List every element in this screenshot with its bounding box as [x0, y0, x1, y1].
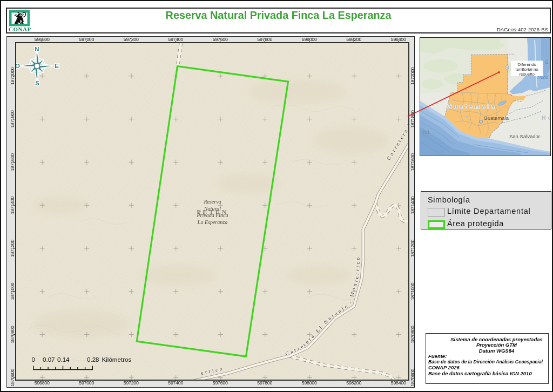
svg-text:B: B — [505, 64, 509, 71]
svg-text:San Salvador: San Salvador — [509, 133, 540, 139]
svg-text:territorial no: territorial no — [515, 67, 538, 72]
svg-text:Ho: Ho — [542, 114, 550, 121]
svg-text:0: 0 — [31, 356, 35, 363]
svg-text:Natural: Natural — [203, 206, 220, 212]
svg-text:G: G — [545, 59, 549, 65]
svg-text:S: S — [35, 80, 39, 86]
svg-text:O: O — [16, 63, 20, 69]
svg-text:0.07: 0.07 — [43, 356, 55, 363]
svg-text:Guatemala: Guatemala — [483, 115, 509, 121]
svg-text:721: 721 — [421, 129, 430, 136]
svg-text:0.14: 0.14 — [57, 356, 70, 363]
svg-text:Diferendo: Diferendo — [517, 62, 536, 67]
svg-text:Guatemala: Guatemala — [447, 103, 497, 110]
svg-text:0.28: 0.28 — [87, 356, 99, 363]
svg-text:resuelto: resuelto — [519, 72, 535, 77]
svg-text:Kilómetros: Kilómetros — [102, 356, 131, 363]
svg-text:E: E — [55, 63, 59, 69]
svg-text:Reserva: Reserva — [203, 199, 221, 205]
svg-text:La Esperanza: La Esperanza — [197, 219, 227, 225]
svg-text:Privada Finca: Privada Finca — [196, 212, 228, 218]
svg-text:N: N — [35, 46, 39, 52]
